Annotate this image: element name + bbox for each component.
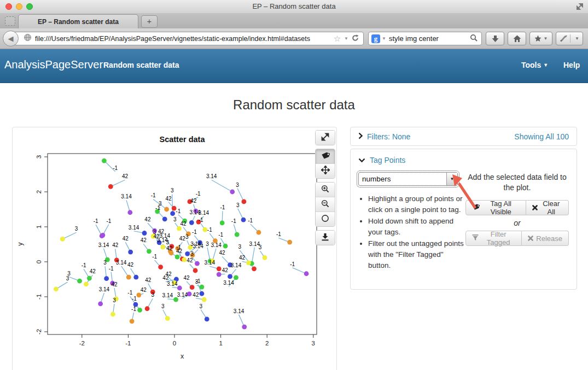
svg-text:42: 42 bbox=[187, 257, 193, 263]
search-input[interactable]: style img center bbox=[389, 34, 470, 43]
svg-text:3.14: 3.14 bbox=[199, 210, 209, 216]
addon-dropdown-icon[interactable]: ▼ bbox=[575, 36, 579, 41]
svg-text:3: 3 bbox=[173, 216, 177, 222]
search-icon[interactable] bbox=[470, 34, 478, 44]
svg-text:-1: -1 bbox=[231, 218, 236, 224]
tools-caret-icon: ▼ bbox=[543, 62, 548, 68]
svg-text:3: 3 bbox=[199, 303, 202, 309]
tab-title: EP – Random scatter data bbox=[38, 18, 119, 26]
svg-text:42: 42 bbox=[90, 268, 96, 274]
new-tab-button[interactable]: + bbox=[141, 15, 158, 28]
filters-toggle[interactable]: Filters: None bbox=[358, 132, 410, 141]
svg-text:42: 42 bbox=[179, 236, 186, 242]
svg-text:-1: -1 bbox=[248, 218, 253, 224]
chevron-right-icon bbox=[358, 132, 363, 141]
bookmarks-dropdown-icon[interactable]: ▼ bbox=[544, 36, 548, 41]
app-brand[interactable]: AnalysisPageServer bbox=[4, 58, 103, 71]
download-plot-button[interactable] bbox=[316, 231, 335, 245]
svg-text:42: 42 bbox=[165, 271, 172, 277]
tag-mode-button[interactable] bbox=[316, 149, 335, 164]
reload-icon[interactable] bbox=[352, 34, 359, 44]
plot-toolbar bbox=[315, 130, 335, 249]
scatter-plot[interactable]: Scatter data-2-10123-2-10123xy-1423.143-… bbox=[13, 127, 336, 370]
bookmarks-button[interactable]: ▼ bbox=[529, 32, 552, 45]
svg-text:3.14: 3.14 bbox=[231, 262, 242, 268]
svg-text:42: 42 bbox=[165, 196, 172, 202]
svg-text:-2: -2 bbox=[36, 329, 42, 334]
svg-text:42: 42 bbox=[190, 198, 197, 204]
svg-text:42: 42 bbox=[144, 216, 151, 222]
bookmark-star-icon[interactable]: ☆ bbox=[334, 34, 341, 44]
search-bar[interactable]: g ▼ style img center bbox=[368, 32, 482, 45]
svg-text:42: 42 bbox=[181, 221, 187, 227]
svg-text:Scatter data: Scatter data bbox=[159, 135, 205, 144]
svg-text:3.14: 3.14 bbox=[211, 242, 222, 248]
svg-text:-1: -1 bbox=[109, 266, 114, 272]
svg-text:3: 3 bbox=[161, 303, 165, 309]
svg-text:3.14: 3.14 bbox=[177, 292, 188, 298]
tag-points-toggle[interactable]: Tag Points bbox=[358, 156, 569, 165]
svg-text:42: 42 bbox=[122, 173, 129, 179]
nav-item-random-scatter-data[interactable]: Random scatter data bbox=[103, 61, 179, 69]
svg-text:3.14: 3.14 bbox=[193, 243, 203, 249]
downloads-button[interactable] bbox=[486, 32, 504, 45]
instruction-item: Hold down shift to append your tags. bbox=[368, 216, 468, 238]
filter-icon bbox=[472, 234, 479, 243]
app-navbar: AnalysisPageServer Random scatter data T… bbox=[0, 49, 588, 83]
reset-zoom-button[interactable] bbox=[316, 212, 335, 226]
tag-right-column: Add the selected data field to the plot.… bbox=[465, 172, 569, 272]
tag-all-visible-button[interactable]: Tag All Visible bbox=[465, 200, 526, 215]
svg-text:3: 3 bbox=[185, 234, 189, 240]
svg-text:3.14: 3.14 bbox=[162, 292, 173, 298]
showing-all-count: Showing All 100 bbox=[514, 132, 569, 141]
svg-text:3: 3 bbox=[153, 229, 156, 235]
fullscreen-icon[interactable] bbox=[576, 3, 584, 13]
expand-icon bbox=[321, 133, 329, 143]
tab-active[interactable]: EP – Random scatter data bbox=[18, 14, 138, 28]
svg-text:42: 42 bbox=[111, 281, 118, 287]
filters-panel: Filters: None Showing All 100 bbox=[350, 127, 577, 146]
tab-groups-icon[interactable] bbox=[5, 16, 15, 26]
nav-tools-menu[interactable]: Tools▼ bbox=[521, 61, 548, 69]
svg-text:42: 42 bbox=[127, 262, 134, 268]
svg-text:42: 42 bbox=[193, 292, 199, 298]
svg-text:-1: -1 bbox=[196, 191, 201, 197]
svg-text:-1: -1 bbox=[199, 217, 203, 223]
zoom-in-button[interactable] bbox=[316, 183, 335, 197]
svg-text:2: 2 bbox=[36, 190, 42, 193]
x-icon bbox=[532, 204, 538, 212]
back-button[interactable]: ◀ bbox=[3, 31, 19, 46]
release-button[interactable]: Release bbox=[522, 231, 569, 246]
url-text[interactable]: file:///Users/friedmab/EP/AnalysisPageSe… bbox=[35, 35, 331, 43]
circle-icon bbox=[321, 214, 329, 225]
svg-text:42: 42 bbox=[239, 255, 246, 261]
svg-text:42: 42 bbox=[166, 245, 173, 251]
svg-text:42: 42 bbox=[176, 248, 183, 254]
window-title: EP – Random scatter data bbox=[0, 2, 588, 10]
svg-text:1: 1 bbox=[36, 225, 42, 228]
expand-plot-button[interactable] bbox=[316, 131, 335, 145]
url-bar[interactable]: file:///Users/friedmab/EP/AnalysisPageSe… bbox=[11, 32, 364, 45]
svg-text:-1: -1 bbox=[152, 254, 157, 260]
svg-text:-1: -1 bbox=[192, 229, 197, 235]
svg-text:-1: -1 bbox=[276, 231, 281, 237]
svg-text:3.14: 3.14 bbox=[223, 280, 234, 286]
nav-help[interactable]: Help bbox=[563, 61, 580, 69]
search-engine-dropdown-icon[interactable]: ▼ bbox=[382, 36, 386, 41]
svg-text:-1: -1 bbox=[207, 227, 212, 233]
zoom-out-button[interactable] bbox=[316, 197, 335, 212]
data-field-select[interactable]: numbers ▼ bbox=[358, 172, 458, 186]
google-icon: g bbox=[371, 34, 380, 43]
select-dropdown-icon[interactable]: ▼ bbox=[446, 173, 457, 185]
url-dropdown-icon[interactable]: ▼ bbox=[344, 36, 348, 41]
filter-tagged-button[interactable]: Filter Tagged bbox=[465, 231, 522, 246]
home-button[interactable] bbox=[508, 32, 526, 45]
svg-text:-1: -1 bbox=[218, 232, 223, 238]
svg-text:-1: -1 bbox=[196, 278, 201, 284]
svg-text:42: 42 bbox=[145, 277, 152, 283]
addon-button[interactable]: ▼ bbox=[556, 32, 583, 45]
clear-all-button[interactable]: Clear All bbox=[526, 200, 569, 215]
plot-panel: Scatter data-2-10123-2-10123xy-1423.143-… bbox=[12, 127, 337, 370]
pan-mode-button[interactable] bbox=[316, 164, 335, 178]
browser-toolbar: ◀ file:///Users/friedmab/EP/AnalysisPage… bbox=[0, 28, 588, 49]
